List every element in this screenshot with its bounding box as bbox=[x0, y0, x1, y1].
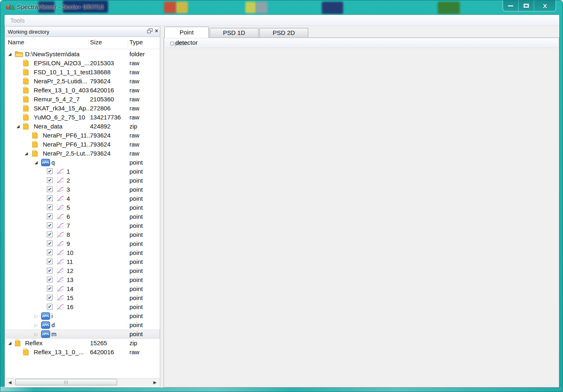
checkbox[interactable]: ✔ bbox=[47, 168, 53, 174]
tree-row[interactable]: ✔12point bbox=[5, 266, 160, 275]
tree-row[interactable]: YuMO_6_2_75_10134217736raw bbox=[5, 113, 160, 122]
file-icon bbox=[23, 78, 29, 86]
checkbox[interactable]: ✔ bbox=[47, 213, 53, 219]
tree-row[interactable]: EPSILON_Al2O3_...2015303raw bbox=[5, 59, 160, 68]
dock-header[interactable]: Working directory × bbox=[5, 27, 160, 37]
option-menubar: Option bbox=[165, 39, 558, 48]
checkbox[interactable]: ✔ bbox=[47, 195, 53, 201]
tab-psd-2d-detector[interactable]: PSD 2D detector bbox=[259, 28, 308, 37]
tree-row[interactable]: ✔15point bbox=[5, 293, 160, 303]
tree-row[interactable]: ✔16point bbox=[5, 303, 160, 312]
collapse-expander-icon[interactable]: ◢ bbox=[35, 159, 38, 166]
checkbox[interactable]: ✔ bbox=[47, 232, 53, 237]
checkbox[interactable]: ✔ bbox=[47, 241, 53, 246]
tree-row[interactable]: ✔10point bbox=[5, 248, 160, 257]
tree-item-type: point bbox=[129, 275, 143, 284]
float-panel-button[interactable] bbox=[147, 28, 152, 33]
scrollbar-thumb[interactable]: ||| bbox=[15, 379, 117, 385]
tab-point-detector[interactable]: Point detector bbox=[164, 27, 209, 38]
checkbox[interactable]: ✔ bbox=[47, 222, 53, 228]
tree-row[interactable]: NeraPr_PF6_11...793624raw bbox=[5, 131, 160, 140]
expand-expander-icon[interactable]: ▷ bbox=[35, 321, 38, 329]
menu-item-tools[interactable]: Tools bbox=[10, 15, 25, 26]
tree-item-size: 272806 bbox=[90, 104, 111, 113]
tree-row[interactable]: ✔9point bbox=[5, 239, 160, 248]
tree-row[interactable]: ◢qpoint bbox=[5, 158, 160, 167]
maximize-button[interactable] bbox=[519, 0, 534, 11]
tree-row[interactable]: ✔11point bbox=[5, 257, 160, 266]
tree-row[interactable]: ◢Reflex15265zip bbox=[5, 339, 160, 348]
file-icon bbox=[23, 96, 29, 104]
tree-row[interactable]: ✔14point bbox=[5, 284, 160, 293]
tree-row[interactable]: ▷dpoint bbox=[5, 321, 160, 330]
tree-row[interactable]: NeraPr_PF6_11...793624raw bbox=[5, 140, 160, 149]
close-button[interactable]: X bbox=[534, 0, 556, 11]
checkbox[interactable]: ✔ bbox=[47, 304, 53, 309]
tree-row[interactable]: ✔2point bbox=[5, 176, 160, 185]
checkbox[interactable]: ✔ bbox=[47, 250, 53, 255]
tree-item-type: raw bbox=[129, 149, 139, 158]
collapse-expander-icon[interactable]: ◢ bbox=[25, 150, 28, 157]
scroll-right-arrow[interactable]: ▶ bbox=[151, 378, 159, 386]
title-bar[interactable]: SpectraViewer - Sonix+ 9/07/13 X bbox=[0, 0, 563, 15]
checkbox[interactable]: ✔ bbox=[47, 186, 53, 192]
tree-item-label: FSD_10_1_1_1_test bbox=[34, 68, 90, 77]
tree-row[interactable]: ✔3point bbox=[5, 185, 160, 194]
panel-splitter[interactable] bbox=[160, 26, 164, 387]
tree-row[interactable]: Remur_5_4_2_72105360raw bbox=[5, 95, 160, 104]
file-icon bbox=[23, 123, 29, 131]
tree-item-label: 6 bbox=[67, 212, 70, 221]
curve-icon bbox=[56, 285, 64, 293]
tree-item-size: 793624 bbox=[90, 131, 111, 140]
tree-item-type: point bbox=[129, 158, 143, 167]
tree-item-type: point bbox=[129, 176, 143, 185]
file-icon bbox=[23, 69, 29, 77]
tree-row[interactable]: ✔5point bbox=[5, 203, 160, 212]
collapse-expander-icon[interactable]: ◢ bbox=[8, 339, 12, 347]
tree-item-size: 15265 bbox=[90, 339, 107, 348]
close-panel-button[interactable]: × bbox=[155, 28, 158, 33]
tree-item-type: point bbox=[129, 303, 143, 312]
scroll-left-arrow[interactable]: ◀ bbox=[6, 378, 14, 386]
checkbox[interactable]: ✔ bbox=[47, 268, 53, 273]
horizontal-scrollbar[interactable]: ◀ ||| ▶ bbox=[5, 378, 159, 386]
tree-row[interactable]: ✔6point bbox=[5, 212, 160, 221]
collapse-expander-icon[interactable]: ◢ bbox=[8, 50, 12, 58]
tree-row[interactable]: ◢Nera_data424892zip bbox=[5, 122, 160, 131]
tree-row[interactable]: SKAT_rk34_15_Ap...272806raw bbox=[5, 104, 160, 113]
column-header-name[interactable]: Name bbox=[8, 39, 24, 46]
tree-row[interactable]: NeraPr_2,5-Lutidi...793624raw bbox=[5, 77, 160, 86]
column-header-size[interactable]: Size bbox=[90, 39, 102, 46]
checkbox[interactable]: ✔ bbox=[47, 295, 53, 300]
checkbox[interactable]: ✔ bbox=[47, 277, 53, 282]
tree-item-label: 10 bbox=[67, 248, 74, 257]
tree-row[interactable]: Reflex_13_1_0_...6420016raw bbox=[5, 348, 160, 357]
expand-expander-icon[interactable]: ▷ bbox=[35, 330, 38, 338]
tree-item-type: point bbox=[129, 167, 143, 176]
checkbox[interactable]: ✔ bbox=[47, 204, 53, 210]
checkbox[interactable]: ✔ bbox=[47, 259, 53, 264]
tree-row[interactable]: ✔7point bbox=[5, 221, 160, 230]
tree-item-size: 138688 bbox=[90, 68, 111, 77]
tree-row[interactable]: ▷ipoint bbox=[5, 312, 160, 321]
tree-row[interactable]: ◢NeraPr_2,5-Lut...793624raw bbox=[5, 149, 160, 158]
minimize-button[interactable] bbox=[503, 0, 519, 11]
collapse-expander-icon[interactable]: ◢ bbox=[16, 123, 20, 130]
tree-item-type: point bbox=[129, 230, 143, 239]
tree-row[interactable]: ◢D:\NewSystem\datafolder bbox=[5, 50, 160, 59]
checkbox[interactable]: ✔ bbox=[47, 177, 53, 183]
tab-psd-1d-detector[interactable]: PSD 1D detector bbox=[210, 28, 258, 37]
checkbox[interactable]: ✔ bbox=[47, 286, 53, 291]
tree-header[interactable]: Name Size Type bbox=[5, 37, 160, 49]
tree-row[interactable]: ✔4point bbox=[5, 194, 160, 203]
column-header-type[interactable]: Type bbox=[129, 39, 143, 46]
tree-row[interactable]: ▷mpoint bbox=[5, 330, 160, 339]
tree-row[interactable]: ✔13point bbox=[5, 275, 160, 284]
tree-row[interactable]: FSD_10_1_1_1_test138688raw bbox=[5, 68, 160, 77]
tree-row[interactable]: ✔8point bbox=[5, 230, 160, 239]
minimize-icon bbox=[508, 5, 513, 7]
tree-row[interactable]: Reflex_13_1_0_4036420016raw bbox=[5, 86, 160, 95]
expand-expander-icon[interactable]: ▷ bbox=[35, 312, 38, 320]
tree-item-label: 15 bbox=[67, 293, 74, 303]
tree-row[interactable]: ✔1point bbox=[5, 167, 160, 176]
